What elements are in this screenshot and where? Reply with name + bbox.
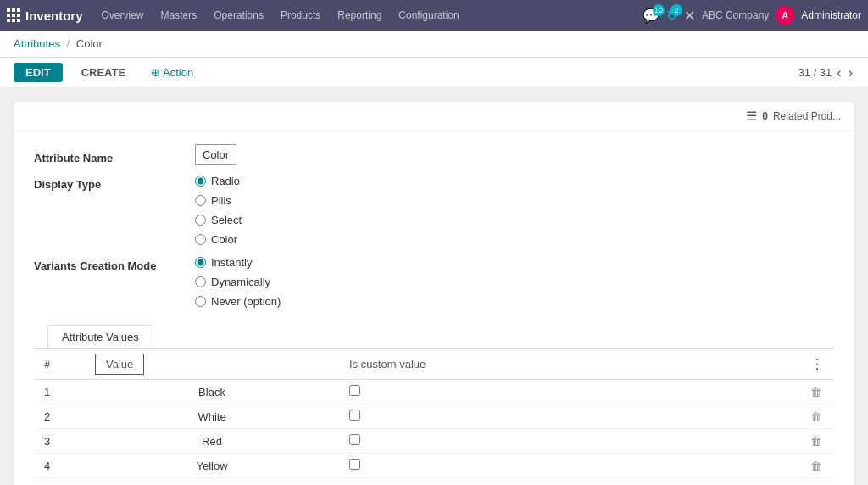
delete-icon[interactable]: 🗑 — [810, 435, 821, 448]
delete-icon[interactable]: 🗑 — [810, 386, 821, 399]
main-card: ☰ 0 Related Prod... Attribute Name Color… — [14, 102, 854, 485]
row-value: White — [85, 404, 339, 429]
display-type-row: Display Type Radio Pills Select Color — [34, 175, 834, 246]
col-custom-header: Is custom value — [339, 349, 800, 380]
topnav: Inventory Overview Masters Operations Pr… — [0, 0, 868, 31]
card-header: ☰ 0 Related Prod... — [14, 102, 854, 131]
display-type-label: Display Type — [34, 175, 195, 191]
next-page[interactable]: › — [847, 65, 854, 81]
row-value: Red — [85, 429, 339, 454]
col-action-header: ⋮ — [800, 349, 834, 380]
row-value: Black — [85, 380, 339, 404]
row-custom[interactable] — [339, 429, 800, 454]
updates-icon[interactable]: ↻ 2 — [666, 8, 677, 24]
col-value-header: Value — [85, 349, 339, 380]
delete-icon[interactable]: 🗑 — [810, 460, 821, 472]
attr-name-box: Color — [195, 144, 236, 165]
related-label: Related Prod... — [773, 110, 841, 122]
value-col-label: Value — [95, 354, 144, 375]
display-type-options: Radio Pills Select Color — [195, 175, 242, 246]
pagination: 31 / 31 ‹ › — [798, 65, 854, 81]
topnav-menu: Overview Masters Operations Products Rep… — [93, 0, 468, 31]
table-row: 1 Black 🗑 — [34, 380, 834, 404]
related-count: 0 — [762, 110, 768, 122]
row-custom[interactable] — [339, 380, 800, 404]
nav-operations[interactable]: Operations — [205, 0, 272, 31]
nav-configuration[interactable]: Configuration — [390, 0, 467, 31]
action-bar: EDIT CREATE ⊕ Action 31 / 31 ‹ › — [0, 58, 868, 88]
app-logo[interactable]: Inventory — [7, 8, 83, 23]
action-menu[interactable]: ⊕ Action — [151, 66, 193, 79]
row-custom[interactable] — [339, 454, 800, 478]
user-name: Administrator — [801, 9, 861, 21]
breadcrumb-current: Color — [76, 37, 103, 50]
variants-row: Variants Creation Mode Instantly Dynamic… — [34, 256, 834, 308]
variants-label: Variants Creation Mode — [34, 256, 195, 272]
nav-masters[interactable]: Masters — [153, 0, 206, 31]
breadcrumb: Attributes / Color — [14, 37, 103, 50]
variants-options: Instantly Dynamically Never (option) — [195, 256, 281, 308]
variants-never[interactable]: Never (option) — [195, 295, 281, 308]
table-row: 2 White 🗑 — [34, 404, 834, 429]
col-hash-header: # — [34, 349, 85, 380]
edit-button[interactable]: EDIT — [14, 63, 63, 82]
row-num: 1 — [34, 380, 85, 404]
breadcrumb-parent[interactable]: Attributes — [14, 37, 60, 50]
row-num: 2 — [34, 404, 85, 429]
table-row: 4 Yellow 🗑 — [34, 454, 834, 478]
user-avatar: A — [776, 6, 794, 25]
related-products[interactable]: ☰ 0 Related Prod... — [746, 109, 841, 124]
add-line[interactable]: Add a line — [34, 478, 834, 485]
nav-products[interactable]: Products — [272, 0, 329, 31]
tab-attribute-values[interactable]: Attribute Values — [47, 325, 153, 348]
attr-name-label: Attribute Name — [34, 148, 195, 164]
messages-icon[interactable]: 💬 10 — [643, 8, 659, 24]
attr-name-field: Color — [195, 148, 236, 161]
attribute-values-table: # Value Is custom value ⋮ 1 Black 🗑 2 Wh… — [34, 349, 834, 478]
row-delete[interactable]: 🗑 — [800, 404, 834, 429]
updates-badge: 2 — [670, 4, 682, 16]
row-value: Yellow — [85, 454, 339, 478]
page-info: 31 / 31 — [798, 66, 832, 79]
display-color[interactable]: Color — [195, 233, 242, 246]
create-button[interactable]: CREATE — [70, 63, 137, 82]
nav-reporting[interactable]: Reporting — [329, 0, 390, 31]
breadcrumb-sep: / — [67, 37, 70, 50]
main-content: ☰ 0 Related Prod... Attribute Name Color… — [0, 88, 868, 485]
row-delete[interactable]: 🗑 — [800, 454, 834, 478]
row-delete[interactable]: 🗑 — [800, 429, 834, 454]
row-delete[interactable]: 🗑 — [800, 380, 834, 404]
breadcrumb-bar: Attributes / Color — [0, 31, 868, 58]
tab-bar: Attribute Values — [34, 325, 834, 349]
row-num: 3 — [34, 429, 85, 454]
variants-dynamically[interactable]: Dynamically — [195, 276, 281, 288]
app-title: Inventory — [25, 8, 83, 23]
display-pills[interactable]: Pills — [195, 194, 242, 207]
delete-icon[interactable]: 🗑 — [810, 410, 821, 423]
attr-name-row: Attribute Name Color — [34, 148, 834, 164]
row-custom[interactable] — [339, 404, 800, 429]
company-name: ABC Company — [702, 9, 769, 21]
display-select[interactable]: Select — [195, 214, 242, 226]
topnav-right: 💬 10 ↻ 2 ✕ ABC Company A Administrator — [643, 6, 861, 25]
grid-icon — [7, 8, 20, 22]
messages-badge: 10 — [653, 4, 665, 16]
prev-page[interactable]: ‹ — [835, 65, 843, 81]
table-row: 3 Red 🗑 — [34, 429, 834, 454]
close-icon[interactable]: ✕ — [684, 8, 695, 24]
variants-instantly[interactable]: Instantly — [195, 256, 281, 269]
row-num: 4 — [34, 454, 85, 478]
nav-overview[interactable]: Overview — [93, 0, 153, 31]
form-body: Attribute Name Color Display Type Radio … — [14, 131, 854, 485]
display-radio[interactable]: Radio — [195, 175, 242, 187]
